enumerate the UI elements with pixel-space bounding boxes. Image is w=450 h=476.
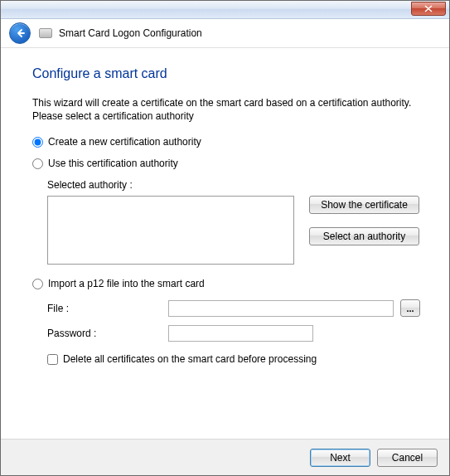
browse-button[interactable]: ... <box>400 299 420 317</box>
selected-authority-label: Selected authority : <box>47 179 421 191</box>
radio-import-p12-label: Import a p12 file into the smart card <box>48 278 205 289</box>
close-icon <box>424 5 433 12</box>
radio-create-new-label: Create a new certification authority <box>48 136 201 148</box>
close-button[interactable] <box>411 2 446 16</box>
delete-certificates-row[interactable]: Delete all certificates on the smart car… <box>47 353 421 365</box>
intro-text: This wizard will create a certificate on… <box>32 96 421 123</box>
wizard-footer: Next Cancel <box>1 439 449 475</box>
file-label: File : <box>47 303 162 314</box>
radio-import-p12[interactable] <box>32 279 43 289</box>
radio-use-existing[interactable] <box>32 158 43 169</box>
page-title: Configure a smart card <box>32 66 421 81</box>
next-button[interactable]: Next <box>310 449 370 467</box>
delete-certificates-checkbox[interactable] <box>47 354 58 365</box>
titlebar <box>1 1 449 19</box>
option-import-p12[interactable]: Import a p12 file into the smart card <box>32 278 421 289</box>
option-create-new[interactable]: Create a new certification authority <box>32 136 421 148</box>
select-authority-button[interactable]: Select an authority <box>309 227 419 245</box>
option-use-existing[interactable]: Use this certification authority <box>32 158 421 169</box>
selected-authority-box <box>47 196 294 265</box>
smartcard-icon <box>39 28 52 38</box>
cancel-button[interactable]: Cancel <box>377 449 438 467</box>
password-input[interactable] <box>168 325 313 342</box>
file-input[interactable] <box>168 300 394 317</box>
back-button[interactable] <box>9 22 31 44</box>
content-area: Configure a smart card This wizard will … <box>1 48 449 373</box>
window-title: Smart Card Logon Configuration <box>59 27 202 39</box>
password-label: Password : <box>47 328 162 339</box>
authority-section: Selected authority : Show the certificat… <box>47 179 421 265</box>
delete-certificates-label: Delete all certificates on the smart car… <box>63 353 317 365</box>
radio-use-existing-label: Use this certification authority <box>48 158 178 169</box>
wizard-header: Smart Card Logon Configuration <box>1 19 449 48</box>
back-arrow-icon <box>14 27 26 39</box>
file-row: File : ... <box>47 299 421 317</box>
radio-create-new[interactable] <box>32 137 43 148</box>
show-certificate-button[interactable]: Show the certificate <box>309 196 419 214</box>
password-row: Password : <box>47 325 421 342</box>
